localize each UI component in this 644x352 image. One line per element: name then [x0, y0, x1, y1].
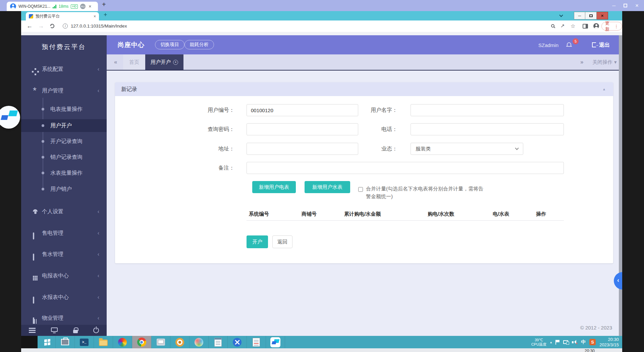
bell-icon[interactable]	[567, 42, 571, 46]
taskbar-notepad[interactable]	[209, 336, 228, 348]
collapse-caret-icon[interactable]: ▴	[603, 82, 605, 96]
merge-metering-checkbox[interactable]	[358, 187, 363, 192]
remote-session-tab[interactable]: WIN-OQMSK21... 18ms HD RU ×	[7, 2, 98, 11]
caret-down-icon: ▾	[614, 59, 617, 65]
ru-badge[interactable]: RU	[80, 4, 86, 9]
taskbar-powershell[interactable]: >_	[75, 336, 94, 348]
tab-close-icon[interactable]: ×	[173, 60, 178, 65]
energy-analysis-button[interactable]: 能耗分析	[184, 40, 214, 49]
browser-new-tab-button[interactable]: +	[104, 11, 107, 18]
ime-indicator[interactable]: 中	[581, 339, 586, 345]
switch-project-button[interactable]: 切换项目	[155, 40, 184, 49]
add-water-meter-button[interactable]: 新增用户水表	[305, 181, 350, 193]
side-panel-icon[interactable]	[583, 24, 588, 29]
power-icon[interactable]	[93, 327, 99, 333]
taskbar-settings-app[interactable]	[170, 336, 190, 348]
user-name-input[interactable]	[411, 104, 564, 116]
app-close-button[interactable]: ×	[635, 2, 639, 9]
muted-speaker-icon[interactable]: ×	[572, 340, 577, 344]
network-icon[interactable]	[563, 340, 568, 344]
zoom-icon[interactable]	[551, 24, 554, 28]
sidebar-item-user-close-account[interactable]: 用户销户	[21, 182, 107, 196]
app-restore-button[interactable]	[624, 4, 627, 7]
forward-icon[interactable]: →	[38, 23, 44, 30]
taskbar-graphics-app[interactable]	[190, 336, 209, 348]
open-account-button[interactable]: 开户	[247, 235, 268, 248]
sidebar-item-meter-batch-ops[interactable]: 电表批量操作	[21, 102, 107, 116]
sidebar-item-water-meter-batch-ops[interactable]: 水表批量操作	[21, 166, 107, 180]
lock-icon[interactable]	[73, 330, 78, 333]
tray-expand-icon[interactable]: ▴	[550, 340, 552, 344]
bullet-dot-icon	[42, 188, 44, 190]
site-info-icon[interactable]: i	[63, 24, 68, 29]
list-card-icon	[33, 232, 34, 239]
sidebar-item-system-config[interactable]: 系统配置 ‹	[21, 62, 107, 76]
remark-input[interactable]	[247, 162, 564, 174]
sogou-input-icon[interactable]: S	[589, 339, 596, 345]
web-page: 预付费云平台 系统配置 ‹ * 用户管理 ‹ 电表批量操作	[21, 32, 622, 336]
add-electric-meter-button[interactable]: 新增用户电表	[252, 181, 296, 193]
page-scrollbar[interactable]	[619, 35, 622, 336]
username-label[interactable]: SZadmin	[538, 42, 558, 48]
sidebar-item-water-report-center[interactable]: 水报表中心 ‹	[21, 291, 107, 304]
sidebar-item-close-account-records[interactable]: 销户记录查询	[21, 150, 107, 164]
close-operations-dropdown[interactable]: 关闭操作 ▾	[592, 54, 617, 70]
reload-icon[interactable]	[50, 24, 54, 28]
taskbar-tools-app[interactable]	[228, 336, 247, 348]
action-center-flag-icon[interactable]	[555, 340, 559, 345]
menu-kebab-icon[interactable]: ⋮	[614, 24, 619, 29]
taskbar-media-app[interactable]	[113, 336, 132, 348]
sidebar-item-electricity-report-center[interactable]: 电报表中心 ‹	[21, 269, 107, 282]
profile-avatar-icon[interactable]	[593, 23, 599, 29]
start-button[interactable]	[39, 336, 56, 348]
browser-tab[interactable]: 预付费云平台 ×	[26, 12, 99, 20]
hamburger-menu-icon[interactable]	[29, 328, 36, 329]
col-total-amount: 累计购电/水金额	[344, 207, 381, 221]
sidebar-item-personal-settings[interactable]: 个人设置 ‹	[21, 205, 107, 218]
browser-tab-close-icon[interactable]: ×	[94, 14, 96, 19]
remark-label: 备注：	[135, 162, 234, 174]
new-session-button[interactable]: +	[102, 1, 106, 8]
tabs-scroll-left-icon[interactable]: «	[114, 54, 117, 70]
business-type-select[interactable]: 服装类	[411, 143, 523, 155]
logout-button[interactable]: 退出	[599, 41, 610, 48]
chevron-left-icon: ‹	[617, 277, 619, 284]
browser-restore-button[interactable]	[585, 12, 597, 19]
tab-home[interactable]: 首页	[123, 54, 145, 70]
share-icon[interactable]: ↗	[560, 23, 565, 29]
session-tab-close-icon[interactable]: ×	[89, 4, 91, 9]
sidebar-item-water-sales[interactable]: 售水管理 ‹	[21, 248, 107, 261]
tabs-scroll-right-icon[interactable]: »	[580, 54, 583, 70]
taskbar-clock[interactable]: 20:30 2023/3/15	[599, 337, 619, 348]
cpu-temperature[interactable]: 39℃ CPU温度	[531, 338, 546, 347]
taskbar-file-explorer[interactable]	[94, 336, 113, 348]
browser-update-button[interactable]: 更新 ⋮	[601, 22, 622, 31]
taskbar-editor-app[interactable]	[247, 336, 266, 348]
app-minimize-button[interactable]: ─	[612, 3, 615, 8]
taskbar-todesk[interactable]	[266, 336, 285, 348]
notepad-icon	[214, 338, 222, 347]
bookmark-star-icon[interactable]: ☆	[571, 23, 575, 29]
tab-user-open-account[interactable]: 用户开户 ×	[145, 54, 183, 70]
sidebar-item-property-management[interactable]: 物业管理 ‹	[21, 311, 107, 325]
monitor-icon[interactable]	[51, 327, 58, 332]
tab-search-chevron-icon[interactable]	[559, 13, 563, 17]
powershell-icon: >_	[80, 339, 89, 346]
sidebar-item-open-account-records[interactable]: 开户记录查询	[21, 135, 107, 148]
hd-badge[interactable]: HD	[71, 4, 78, 9]
sidebar-item-user-management[interactable]: * 用户管理 ‹	[21, 84, 107, 97]
taskbar-chrome[interactable]	[132, 336, 151, 348]
bottom-render-artifact: 20:30	[21, 348, 622, 352]
sidebar-item-user-open-account[interactable]: 用户开户	[21, 119, 107, 132]
taskbar-server-manager[interactable]	[56, 336, 75, 348]
back-button[interactable]: 返回	[272, 235, 292, 248]
taskbar-scanner-app[interactable]	[151, 336, 170, 348]
logout-icon[interactable]	[592, 42, 596, 47]
phone-input[interactable]	[411, 123, 564, 135]
address-bar[interactable]: 127.0.0.1:10315/Main/Index	[71, 24, 127, 29]
browser-close-button[interactable]: ×	[597, 12, 608, 19]
sidebar-item-electricity-sales[interactable]: 售电管理 ‹	[21, 226, 107, 240]
back-icon[interactable]: ←	[26, 23, 33, 30]
browser-minimize-button[interactable]: ─	[574, 12, 585, 19]
notification-badge[interactable]: 5	[573, 38, 579, 44]
